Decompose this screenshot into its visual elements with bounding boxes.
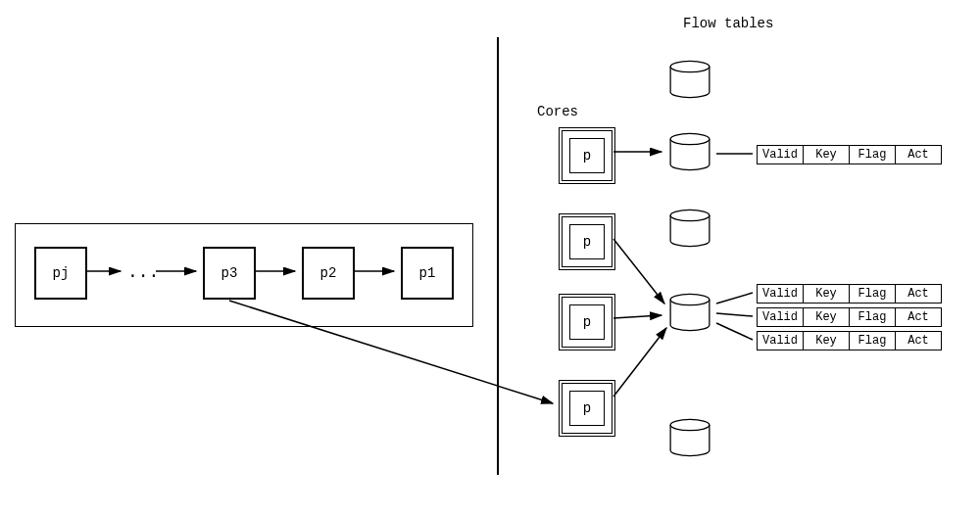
- svg-line-17: [716, 313, 753, 316]
- field-key: Key: [804, 332, 850, 350]
- field-valid: Valid: [758, 146, 804, 164]
- packet-label: p3: [221, 265, 238, 281]
- cores-label: Cores: [537, 104, 578, 119]
- core-3: p: [559, 380, 615, 437]
- flow-entry-row: Valid Key Flag Act: [757, 331, 942, 350]
- svg-point-3: [670, 294, 710, 304]
- ellipsis: ...: [127, 262, 159, 282]
- field-valid: Valid: [758, 285, 804, 303]
- core-1: p: [559, 213, 615, 270]
- packet-pj: pj: [34, 247, 87, 300]
- flow-table-2: [666, 210, 713, 247]
- field-act: Act: [896, 146, 941, 164]
- field-flag: Flag: [850, 285, 896, 303]
- flow-entry-row: Valid Key Flag Act: [757, 307, 942, 327]
- svg-line-16: [716, 293, 753, 304]
- flow-entry-row: Valid Key Flag Act: [757, 145, 942, 164]
- field-act: Act: [896, 332, 941, 350]
- core-label: p: [583, 400, 591, 416]
- packet-label: p2: [320, 265, 337, 281]
- svg-line-14: [613, 328, 666, 397]
- svg-point-1: [670, 133, 710, 144]
- field-act: Act: [896, 285, 941, 303]
- svg-line-18: [716, 323, 753, 340]
- svg-line-13: [613, 315, 662, 318]
- core-0: p: [559, 127, 615, 184]
- svg-point-4: [670, 419, 710, 430]
- packet-p1: p1: [401, 247, 454, 300]
- field-act: Act: [896, 308, 941, 326]
- packet-label: p1: [419, 265, 436, 281]
- flow-table-0: [666, 61, 713, 98]
- field-key: Key: [804, 285, 850, 303]
- field-valid: Valid: [758, 308, 804, 326]
- flow-tables-label: Flow tables: [683, 16, 773, 31]
- core-label: p: [583, 314, 591, 330]
- flow-table-4: [666, 419, 713, 456]
- field-key: Key: [804, 146, 850, 164]
- core-2: p: [559, 294, 615, 350]
- diagram-stage: pj ... p3 p2 p1 Flow tables Cores p p p …: [0, 0, 980, 514]
- packet-p2: p2: [302, 247, 355, 300]
- svg-line-12: [613, 239, 664, 304]
- packet-p3: p3: [203, 247, 256, 300]
- svg-point-2: [670, 210, 710, 220]
- svg-point-0: [670, 61, 710, 71]
- field-flag: Flag: [850, 308, 896, 326]
- flow-table-3: [666, 294, 713, 331]
- flow-entry-row: Valid Key Flag Act: [757, 284, 942, 304]
- core-label: p: [583, 234, 591, 250]
- field-flag: Flag: [850, 332, 896, 350]
- core-label: p: [583, 148, 591, 164]
- packet-label: pj: [53, 265, 70, 281]
- flow-table-1: [666, 133, 713, 170]
- field-flag: Flag: [850, 146, 896, 164]
- field-key: Key: [804, 308, 850, 326]
- field-valid: Valid: [758, 332, 804, 350]
